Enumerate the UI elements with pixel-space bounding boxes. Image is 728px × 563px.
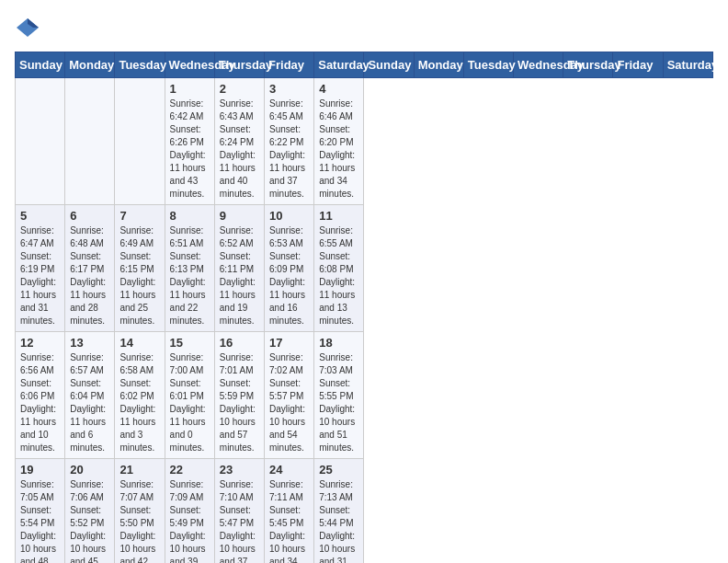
header-thursday: Thursday xyxy=(214,52,264,78)
day-number: 10 xyxy=(269,209,309,223)
day-number: 19 xyxy=(20,463,60,477)
calendar-cell: 1Sunrise: 6:42 AM Sunset: 6:26 PM Daylig… xyxy=(165,78,214,205)
day-info: Sunrise: 7:13 AM Sunset: 5:44 PM Dayligh… xyxy=(319,478,358,563)
calendar-cell: 24Sunrise: 7:11 AM Sunset: 5:45 PM Dayli… xyxy=(265,459,314,564)
day-info: Sunrise: 7:11 AM Sunset: 5:45 PM Dayligh… xyxy=(269,478,309,563)
day-number: 4 xyxy=(319,82,358,96)
day-number: 3 xyxy=(269,82,309,96)
calendar-cell: 8Sunrise: 6:51 AM Sunset: 6:13 PM Daylig… xyxy=(165,205,214,332)
header-thursday: Thursday xyxy=(563,52,613,78)
header-friday: Friday xyxy=(613,52,663,78)
day-info: Sunrise: 7:02 AM Sunset: 5:57 PM Dayligh… xyxy=(269,351,309,454)
calendar-cell: 3Sunrise: 6:45 AM Sunset: 6:22 PM Daylig… xyxy=(265,78,314,205)
day-number: 5 xyxy=(20,209,60,223)
header-tuesday: Tuesday xyxy=(115,52,165,78)
day-number: 7 xyxy=(119,209,159,223)
calendar-cell: 7Sunrise: 6:49 AM Sunset: 6:15 PM Daylig… xyxy=(115,205,165,332)
calendar-cell: 11Sunrise: 6:55 AM Sunset: 6:08 PM Dayli… xyxy=(314,205,364,332)
day-info: Sunrise: 7:09 AM Sunset: 5:49 PM Dayligh… xyxy=(170,478,210,563)
day-number: 18 xyxy=(319,336,358,350)
day-info: Sunrise: 6:45 AM Sunset: 6:22 PM Dayligh… xyxy=(269,98,309,201)
day-info: Sunrise: 6:43 AM Sunset: 6:24 PM Dayligh… xyxy=(220,98,259,201)
calendar-cell: 5Sunrise: 6:47 AM Sunset: 6:19 PM Daylig… xyxy=(16,205,65,332)
day-number: 12 xyxy=(20,336,60,350)
day-number: 15 xyxy=(170,336,210,350)
day-number: 9 xyxy=(220,209,259,223)
day-number: 13 xyxy=(70,336,109,350)
day-number: 16 xyxy=(220,336,259,350)
calendar-cell: 10Sunrise: 6:53 AM Sunset: 6:09 PM Dayli… xyxy=(265,205,314,332)
calendar-cell: 6Sunrise: 6:48 AM Sunset: 6:17 PM Daylig… xyxy=(65,205,115,332)
calendar-week-3: 12Sunrise: 6:56 AM Sunset: 6:06 PM Dayli… xyxy=(16,332,713,459)
calendar-cell: 19Sunrise: 7:05 AM Sunset: 5:54 PM Dayli… xyxy=(16,459,65,564)
calendar-cell: 22Sunrise: 7:09 AM Sunset: 5:49 PM Dayli… xyxy=(165,459,214,564)
day-info: Sunrise: 6:48 AM Sunset: 6:17 PM Dayligh… xyxy=(70,224,109,327)
day-info: Sunrise: 6:56 AM Sunset: 6:06 PM Dayligh… xyxy=(20,351,60,454)
calendar-cell: 21Sunrise: 7:07 AM Sunset: 5:50 PM Dayli… xyxy=(115,459,165,564)
calendar-cell: 16Sunrise: 7:01 AM Sunset: 5:59 PM Dayli… xyxy=(214,332,264,459)
calendar-cell: 14Sunrise: 6:58 AM Sunset: 6:02 PM Dayli… xyxy=(115,332,165,459)
calendar-cell: 25Sunrise: 7:13 AM Sunset: 5:44 PM Dayli… xyxy=(314,459,364,564)
calendar-cell: 4Sunrise: 6:46 AM Sunset: 6:20 PM Daylig… xyxy=(314,78,364,205)
day-number: 21 xyxy=(119,463,159,477)
calendar-cell: 15Sunrise: 7:00 AM Sunset: 6:01 PM Dayli… xyxy=(165,332,214,459)
calendar-cell xyxy=(115,78,165,205)
logo xyxy=(15,15,44,40)
day-number: 14 xyxy=(119,336,159,350)
header-monday: Monday xyxy=(414,52,463,78)
header-wednesday: Wednesday xyxy=(165,52,214,78)
day-info: Sunrise: 7:00 AM Sunset: 6:01 PM Dayligh… xyxy=(170,351,210,454)
calendar-week-4: 19Sunrise: 7:05 AM Sunset: 5:54 PM Dayli… xyxy=(16,459,713,564)
day-info: Sunrise: 7:07 AM Sunset: 5:50 PM Dayligh… xyxy=(119,478,159,563)
day-number: 20 xyxy=(70,463,109,477)
day-info: Sunrise: 6:55 AM Sunset: 6:08 PM Dayligh… xyxy=(319,224,358,327)
day-info: Sunrise: 7:01 AM Sunset: 5:59 PM Dayligh… xyxy=(220,351,259,454)
day-number: 1 xyxy=(170,82,210,96)
day-info: Sunrise: 7:05 AM Sunset: 5:54 PM Dayligh… xyxy=(20,478,60,563)
header-sunday: Sunday xyxy=(364,52,414,78)
calendar-cell: 17Sunrise: 7:02 AM Sunset: 5:57 PM Dayli… xyxy=(265,332,314,459)
header-saturday: Saturday xyxy=(314,52,364,78)
calendar-week-1: 1Sunrise: 6:42 AM Sunset: 6:26 PM Daylig… xyxy=(16,78,713,205)
day-info: Sunrise: 6:49 AM Sunset: 6:15 PM Dayligh… xyxy=(119,224,159,327)
header-saturday: Saturday xyxy=(663,52,712,78)
day-info: Sunrise: 6:47 AM Sunset: 6:19 PM Dayligh… xyxy=(20,224,60,327)
calendar-cell: 20Sunrise: 7:06 AM Sunset: 5:52 PM Dayli… xyxy=(65,459,115,564)
calendar-header-row: SundayMondayTuesdayWednesdayThursdayFrid… xyxy=(16,52,713,78)
calendar-cell: 23Sunrise: 7:10 AM Sunset: 5:47 PM Dayli… xyxy=(214,459,264,564)
calendar-cell: 2Sunrise: 6:43 AM Sunset: 6:24 PM Daylig… xyxy=(214,78,264,205)
header-monday: Monday xyxy=(65,52,115,78)
calendar-cell: 9Sunrise: 6:52 AM Sunset: 6:11 PM Daylig… xyxy=(214,205,264,332)
calendar-cell: 18Sunrise: 7:03 AM Sunset: 5:55 PM Dayli… xyxy=(314,332,364,459)
calendar-cell xyxy=(16,78,65,205)
calendar-table: SundayMondayTuesdayWednesdayThursdayFrid… xyxy=(15,52,713,563)
logo-icon xyxy=(15,15,40,40)
day-info: Sunrise: 6:52 AM Sunset: 6:11 PM Dayligh… xyxy=(220,224,259,327)
day-number: 2 xyxy=(220,82,259,96)
day-number: 6 xyxy=(70,209,109,223)
day-number: 8 xyxy=(170,209,210,223)
calendar-cell: 13Sunrise: 6:57 AM Sunset: 6:04 PM Dayli… xyxy=(65,332,115,459)
day-info: Sunrise: 7:06 AM Sunset: 5:52 PM Dayligh… xyxy=(70,478,109,563)
day-info: Sunrise: 6:57 AM Sunset: 6:04 PM Dayligh… xyxy=(70,351,109,454)
header-wednesday: Wednesday xyxy=(514,52,563,78)
day-number: 23 xyxy=(220,463,259,477)
header-tuesday: Tuesday xyxy=(463,52,513,78)
day-number: 11 xyxy=(319,209,358,223)
day-info: Sunrise: 6:58 AM Sunset: 6:02 PM Dayligh… xyxy=(119,351,159,454)
day-number: 24 xyxy=(269,463,309,477)
day-info: Sunrise: 6:53 AM Sunset: 6:09 PM Dayligh… xyxy=(269,224,309,327)
day-info: Sunrise: 6:51 AM Sunset: 6:13 PM Dayligh… xyxy=(170,224,210,327)
calendar-cell xyxy=(65,78,115,205)
calendar-week-2: 5Sunrise: 6:47 AM Sunset: 6:19 PM Daylig… xyxy=(16,205,713,332)
day-info: Sunrise: 7:10 AM Sunset: 5:47 PM Dayligh… xyxy=(220,478,259,563)
header-friday: Friday xyxy=(265,52,314,78)
page-header xyxy=(15,15,713,40)
day-number: 17 xyxy=(269,336,309,350)
calendar-cell: 12Sunrise: 6:56 AM Sunset: 6:06 PM Dayli… xyxy=(16,332,65,459)
day-info: Sunrise: 6:42 AM Sunset: 6:26 PM Dayligh… xyxy=(170,98,210,201)
day-number: 22 xyxy=(170,463,210,477)
day-number: 25 xyxy=(319,463,358,477)
day-info: Sunrise: 7:03 AM Sunset: 5:55 PM Dayligh… xyxy=(319,351,358,454)
day-info: Sunrise: 6:46 AM Sunset: 6:20 PM Dayligh… xyxy=(319,98,358,201)
